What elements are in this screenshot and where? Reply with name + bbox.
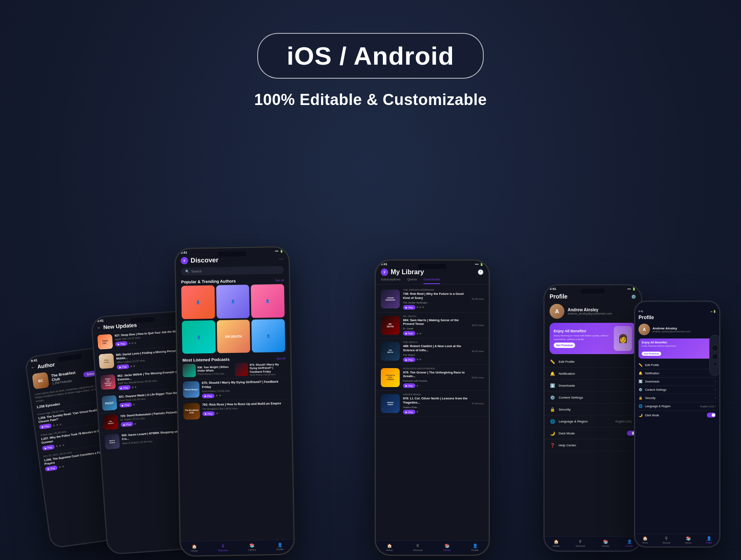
lib-duration-4: 53:55 mins <box>472 376 484 379</box>
status-icons-3: ▪▪▪ 🔋 <box>275 249 284 253</box>
author-back-btn[interactable]: ← <box>30 365 35 370</box>
dot-2 <box>56 424 58 426</box>
trending-thumb-5: DR.DEATH <box>217 320 250 353</box>
prof-nav-profile[interactable]: 👤 Profile <box>626 539 633 547</box>
discover-icon: 🎙 <box>220 543 225 548</box>
prof-nav-discover[interactable]: 🎙 Discover <box>576 539 585 547</box>
profile-icon: 👤 <box>277 542 282 547</box>
sam-nav-library[interactable]: 📚 Library <box>685 536 691 544</box>
nav-profile[interactable]: 👤 Profile <box>276 542 283 551</box>
header-section: iOS / Android 100% Editable & Customizab… <box>206 33 535 109</box>
disc-play-1[interactable]: ▶ Play <box>202 394 215 399</box>
play-btn-3[interactable]: ▶ Play <box>45 465 58 471</box>
ml-item-2: 875: Should I Marry My Dying Girlfriend?… <box>235 362 286 376</box>
lib-play-1[interactable]: ▶ Play <box>403 305 415 310</box>
samsung-menu-notification[interactable]: 🔔 Notification › <box>638 369 716 378</box>
prof-nav-home[interactable]: 🏠 Home <box>553 539 559 547</box>
disc-title-1: 875: Should I Marry My Dying Girlfriend?… <box>202 380 286 389</box>
samsung-user-email: andrew_ainsley@yourdomain.com <box>652 330 690 333</box>
play-btn-1[interactable]: ▶ Play <box>39 423 52 429</box>
lib-play-5[interactable]: ▶ Play <box>403 410 415 414</box>
lib-nav-profile[interactable]: 👤 Profile <box>471 543 478 551</box>
disc-source-1: Scott Adams | 53:48 mins <box>202 389 286 393</box>
update-play-1[interactable]: ▶ Play <box>115 341 128 346</box>
nav-discover[interactable]: 🎙 Discover <box>218 543 228 551</box>
trending-see-all[interactable]: See All <box>275 279 284 282</box>
samsung-user-row: A Andrew Ainsley andrew_ainsley@yourdoma… <box>638 324 716 335</box>
sam-nav-home[interactable]: 🏠 Home <box>643 536 648 544</box>
sam-profile-icon: 👤 <box>706 536 711 541</box>
lib-thumb-3: THEWATCH <box>381 342 400 361</box>
menu-help[interactable]: ❓ Help Center › <box>545 439 641 451</box>
tab-queue[interactable]: Queue <box>407 278 417 284</box>
lib-content-4: PODCASTS WITH FRIENDS 975: Tim Grover | … <box>403 367 468 388</box>
profile-settings-icon[interactable]: ⚙️ <box>631 294 636 299</box>
disc-ep-2: The Breakfast Club 792: Rick Ross | How … <box>183 399 287 422</box>
lib-ep-by-5: Hidden Brain <box>403 406 468 408</box>
update-play-5[interactable]: ▶ Play <box>121 422 133 427</box>
lib-nav-library[interactable]: 📚 Library <box>443 543 451 551</box>
samsung-banner-desc: Enjoy listening without restrictions. <box>642 345 713 347</box>
discover-search[interactable]: 🔍 Search <box>181 266 284 275</box>
samsung-menu-language[interactable]: 🌐 Language & Region English (US) › <box>638 402 716 411</box>
nav-library[interactable]: 📚 Library <box>248 543 256 551</box>
dark-mode-icon: 🌙 <box>550 430 555 436</box>
lib-controls-1: ▶ Play <box>403 305 468 310</box>
update-thumb-2: OfficeLadies <box>98 353 114 369</box>
update-play-2[interactable]: ▶ Play <box>117 364 129 369</box>
menu-notification[interactable]: 🔔 Notification › <box>545 368 641 380</box>
lib-play-3[interactable]: ▶ Play <box>403 357 415 362</box>
updates-back[interactable]: ← <box>97 325 101 330</box>
menu-edit-profile[interactable]: ✏️ Edit Profile › <box>545 356 641 368</box>
samsung-dark-label: Dark Mode <box>645 414 707 417</box>
lib-thumb-2: DR.DEATH <box>381 316 400 335</box>
samsung-menu-darkmode[interactable]: 🌙 Dark Mode <box>638 411 716 420</box>
phone-discover: 9:41 ▪▪▪ 🔋 🎙 Discover ⋯ 🔍 Search Popular… <box>174 246 295 557</box>
lib-nav-home[interactable]: 🏠 Home <box>386 543 393 551</box>
prof-nav-library[interactable]: 📚 Library <box>602 539 609 547</box>
profile-screen-content: 9:41 ▪▪▪ 🔋 Profile ⚙️ A Andrew Ainsley a… <box>545 285 641 551</box>
lib-nav-discover[interactable]: 🎙 Discover <box>413 543 423 551</box>
menu-content-settings[interactable]: ⚙️ Content Settings › <box>545 392 641 404</box>
sam-nav-profile[interactable]: 👤 Profile <box>706 536 712 544</box>
lib-ep-by-2: Dr. Death <box>403 327 468 330</box>
lib-play-2[interactable]: ▶ Play <box>403 331 415 336</box>
menu-security[interactable]: 🔒 Security › <box>545 404 641 415</box>
discover-settings[interactable]: ⋯ <box>279 256 284 262</box>
nav-home[interactable]: 🏠 Home <box>191 544 198 552</box>
update-thumb-5: DR.DEATH <box>103 415 119 430</box>
menu-language[interactable]: 🌐 Language & Region English (US) › <box>545 415 641 427</box>
lib-duration-1: 41:26 mins <box>472 298 484 300</box>
update-play-3[interactable]: ▶ Play <box>118 385 131 390</box>
status-time-4: 9:41 <box>381 262 387 266</box>
update-thumb-3: STUFFYOUSHOULDKNOW <box>100 374 116 390</box>
menu-dark-mode[interactable]: 🌙 Dark Mode <box>545 427 641 439</box>
lib-duration-2: 49:27 mins <box>472 324 484 327</box>
lib-play-4[interactable]: ▶ Play <box>403 383 415 388</box>
update-play-4[interactable]: ▶ Play <box>119 402 132 408</box>
samsung-premium-btn[interactable]: Get Premium <box>642 352 661 356</box>
status-icons-4: ▪▪▪ 🔋 <box>475 262 484 266</box>
samsung-menu-downloads[interactable]: ⬇️ Downloads › <box>638 378 716 386</box>
notification-label: Notification <box>559 372 631 376</box>
lib-controls-4: ▶ Play <box>403 383 468 388</box>
samsung-menu-content[interactable]: ⚙️ Content Settings › <box>638 386 716 394</box>
disc-ep-1: Planet Money 875: Should I Marry My Dyin… <box>183 377 286 401</box>
tab-subscriptions[interactable]: Subscriptions <box>381 278 401 284</box>
prof-home-icon: 🏠 <box>554 539 559 544</box>
most-listened-see-all[interactable]: See All <box>276 357 285 360</box>
samsung-menu-security[interactable]: 🔒 Security › <box>638 394 716 402</box>
disc-play-2[interactable]: ▶ Play <box>202 411 215 416</box>
samsung-security-label: Security <box>645 397 715 399</box>
menu-downloads[interactable]: ⬇️ Downloads › <box>545 380 641 392</box>
help-label: Help Center <box>559 443 631 447</box>
sam-nav-discover[interactable]: 🎙 Discover <box>662 536 670 544</box>
samsung-menu-edit[interactable]: ✏️ Edit Profile › <box>638 361 716 369</box>
tab-downloads[interactable]: Downloads <box>424 278 440 284</box>
library-history-icon[interactable]: 🕐 <box>478 269 484 275</box>
play-btn-2[interactable]: ▶ Play <box>42 444 55 450</box>
premium-button[interactable]: Get Premium <box>554 343 575 348</box>
samsung-dark-toggle[interactable] <box>707 413 716 418</box>
samsung-profile-title: Profile <box>638 315 716 320</box>
samsung-notif-icon: 🔔 <box>638 371 643 375</box>
